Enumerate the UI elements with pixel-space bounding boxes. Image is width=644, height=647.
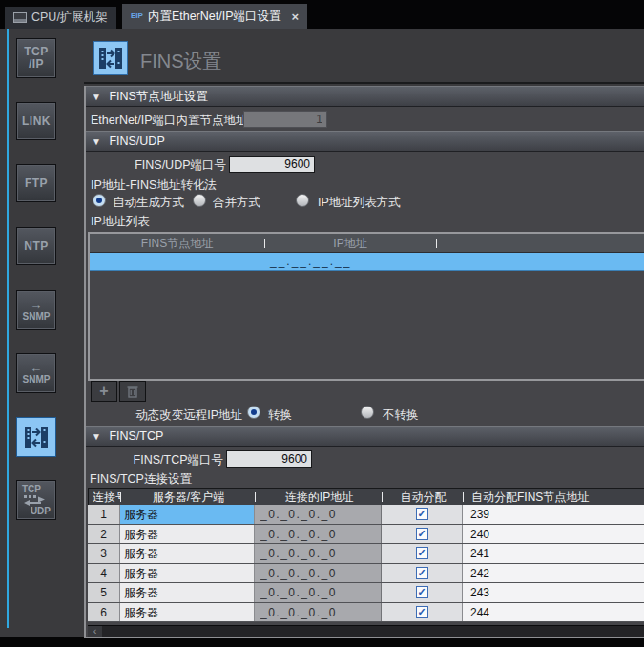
sidebar-item-fins[interactable] bbox=[16, 417, 56, 457]
radio-ip-list-label: IP地址列表方式 bbox=[318, 195, 401, 211]
column-separator bbox=[436, 239, 437, 248]
check-icon: ✓ bbox=[417, 607, 426, 617]
close-icon[interactable]: × bbox=[292, 10, 300, 24]
check-icon: ✓ bbox=[417, 548, 426, 558]
auto-assign-checkbox[interactable]: ✓ bbox=[416, 586, 428, 598]
udp-port-input[interactable]: 9600 bbox=[229, 156, 315, 173]
sidebar-item-ntp[interactable]: NTP bbox=[16, 227, 56, 265]
radio-ip-list[interactable] bbox=[296, 194, 309, 207]
ip-address-cell[interactable]: _0._0._0._0 bbox=[255, 603, 382, 622]
server-client-cell[interactable]: 服务器 bbox=[120, 583, 255, 602]
table-row[interactable]: 6 服务器 _0._0._0._0 ✓ 244 bbox=[88, 603, 644, 623]
ip-fins-conversion-label: IP地址-FINS地址转化法 bbox=[91, 177, 217, 194]
row-number: 2 bbox=[88, 525, 120, 544]
server-client-cell[interactable]: 服务器 bbox=[120, 525, 255, 544]
col-ip-address: IP地址 bbox=[264, 234, 436, 253]
ip-table-selected-row[interactable]: __.__.__.__ bbox=[90, 253, 644, 271]
table-row[interactable]: 2 服务器 _0._0._0._0 ✓ 240 bbox=[88, 525, 644, 545]
rack-icon bbox=[13, 12, 27, 23]
server-client-cell[interactable]: 服务器 bbox=[120, 544, 255, 563]
auto-assign-checkbox[interactable]: ✓ bbox=[416, 606, 428, 618]
ip-address-cell[interactable]: _0._0._0._0 bbox=[255, 525, 382, 544]
page-title: FINS设置 bbox=[140, 49, 222, 74]
server-client-cell[interactable]: 服务器 bbox=[120, 603, 255, 622]
sidebar-item-ftp[interactable]: FTP bbox=[16, 164, 56, 202]
tab-cpu-rack[interactable]: CPU/扩展机架 bbox=[5, 7, 116, 29]
collapse-arrow-icon: ▼ bbox=[92, 136, 101, 147]
tab-label: 内置EtherNet/IP端口设置 bbox=[148, 9, 281, 25]
ip-address-value[interactable]: __.__.__.__ bbox=[270, 255, 351, 268]
settings-sidebar: TCP /IP LINK FTP NTP → SNMP ← SNMP bbox=[0, 29, 84, 637]
server-client-cell[interactable]: 服务器 bbox=[120, 505, 255, 524]
sidebar-item-tcp-udp[interactable]: TCP UDP bbox=[16, 480, 56, 520]
radio-combine-label: 合并方式 bbox=[213, 195, 260, 211]
fins-node-address-cell[interactable]: 240 bbox=[463, 525, 644, 544]
server-client-cell[interactable]: 服务器 bbox=[120, 564, 255, 583]
row-number: 3 bbox=[88, 544, 120, 563]
table-row[interactable]: 1 服务器 _0._0._0._0 ✓ 239 bbox=[88, 505, 644, 525]
table-row[interactable]: 5 服务器 _0._0._0._0 ✓ 243 bbox=[88, 583, 644, 603]
auto-assign-cell: ✓ bbox=[382, 583, 463, 602]
ip-table-header: FINS节点地址 IP地址 bbox=[90, 234, 644, 253]
scroll-left-button[interactable]: ‹ bbox=[88, 626, 102, 637]
sidebar-item-snmp-trap[interactable]: ← SNMP bbox=[16, 353, 56, 393]
column-separator bbox=[255, 492, 256, 502]
tcp-port-input[interactable]: 9600 bbox=[226, 450, 312, 468]
tcp-connection-settings-label: FINS/TCP连接设置 bbox=[90, 471, 192, 488]
delete-row-button[interactable] bbox=[119, 381, 146, 402]
column-separator bbox=[382, 492, 383, 502]
sidebar-item-snmp-agent[interactable]: → SNMP bbox=[16, 290, 56, 330]
sidebar-item-tcpip[interactable]: TCP /IP bbox=[16, 38, 56, 78]
radio-no-convert-label: 不转换 bbox=[383, 407, 419, 424]
auto-assign-cell: ✓ bbox=[382, 544, 463, 563]
column-separator bbox=[463, 492, 464, 502]
table-row[interactable]: 4 服务器 _0._0._0._0 ✓ 242 bbox=[88, 564, 644, 584]
ip-address-cell[interactable]: _0._0._0._0 bbox=[255, 583, 382, 602]
ip-address-cell[interactable]: _0._0._0._0 bbox=[255, 544, 382, 563]
row-number: 4 bbox=[88, 564, 120, 583]
ip-address-cell[interactable]: _0._0._0._0 bbox=[255, 564, 382, 583]
check-icon: ✓ bbox=[417, 529, 426, 539]
section-header-fins-udp[interactable]: ▼ FINS/UDP bbox=[86, 131, 644, 152]
fins-node-address-cell[interactable]: 243 bbox=[463, 583, 644, 602]
col-auto-assign: 自动分配 bbox=[383, 489, 464, 505]
row-number: 1 bbox=[88, 505, 120, 524]
tcp-table-header: 连接号 服务器/客户端 连接的IP地址 自动分配 自动分配FINS节点地址 bbox=[88, 488, 644, 505]
udp-port-label: FINS/UDP端口号 bbox=[86, 157, 226, 174]
table-row[interactable]: 3 服务器 _0._0._0._0 ✓ 241 bbox=[88, 544, 644, 564]
horizontal-scrollbar[interactable]: ‹ bbox=[88, 625, 644, 637]
eip-icon: EIP bbox=[131, 12, 143, 20]
arrow-right-icon: → bbox=[30, 300, 43, 311]
ip-address-cell[interactable]: _0._0._0._0 bbox=[255, 505, 382, 524]
fins-node-address-cell[interactable]: 239 bbox=[463, 505, 644, 524]
add-row-button[interactable]: + bbox=[91, 381, 117, 402]
tab-ethernet-ip-port-settings[interactable]: EIP 内置EtherNet/IP端口设置 × bbox=[122, 4, 307, 29]
auto-assign-checkbox[interactable]: ✓ bbox=[416, 508, 428, 520]
auto-assign-cell: ✓ bbox=[382, 525, 463, 544]
auto-assign-cell: ✓ bbox=[382, 505, 463, 524]
collapse-arrow-icon: ▼ bbox=[92, 431, 101, 442]
node-address-input: 1 bbox=[243, 111, 327, 128]
fins-tcp-rows: 1 服务器 _0._0._0._0 ✓ 239 2 服务器 _0._0._0._… bbox=[88, 505, 644, 622]
dynamic-remote-ip-label: 动态改变远程IP地址 bbox=[86, 407, 242, 424]
fins-node-address-cell[interactable]: 242 bbox=[463, 564, 644, 583]
divider bbox=[84, 82, 644, 84]
fins-node-address-cell[interactable]: 244 bbox=[463, 603, 644, 622]
fins-icon bbox=[22, 423, 51, 451]
fins-node-address-cell[interactable]: 241 bbox=[463, 544, 644, 563]
radio-auto-generate[interactable] bbox=[93, 194, 106, 207]
radio-convert-label: 转换 bbox=[268, 407, 292, 424]
row-number: 6 bbox=[88, 603, 120, 622]
section-header-fins-tcp[interactable]: ▼ FINS/TCP bbox=[86, 426, 644, 447]
tcp-port-label: FINS/TCP端口号 bbox=[86, 452, 223, 469]
fins-settings-icon bbox=[93, 41, 128, 75]
auto-assign-checkbox[interactable]: ✓ bbox=[416, 547, 428, 559]
auto-assign-checkbox[interactable]: ✓ bbox=[416, 567, 428, 579]
check-icon: ✓ bbox=[417, 587, 426, 597]
radio-no-convert[interactable] bbox=[361, 406, 374, 419]
section-header-fins-node-address[interactable]: ▼ FINS节点地址设置 bbox=[86, 86, 644, 107]
sidebar-item-link[interactable]: LINK bbox=[16, 102, 56, 140]
auto-assign-checkbox[interactable]: ✓ bbox=[416, 528, 428, 540]
radio-convert[interactable] bbox=[247, 406, 260, 419]
radio-combine[interactable] bbox=[193, 194, 206, 207]
